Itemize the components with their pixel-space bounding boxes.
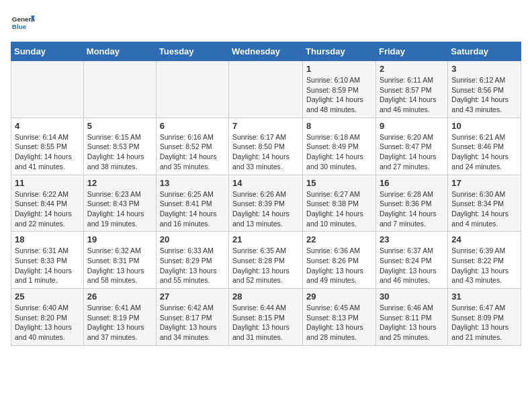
day-number: 19 [87,234,152,244]
day-info: Sunrise: 6:16 AM Sunset: 8:52 PM Dayligh… [160,132,225,172]
logo: General Blue [11,11,38,35]
calendar-cell: 7Sunrise: 6:17 AM Sunset: 8:50 PM Daylig… [229,118,303,175]
calendar-cell [83,61,156,118]
calendar-cell [156,61,228,118]
day-info: Sunrise: 6:10 AM Sunset: 8:59 PM Dayligh… [306,75,372,115]
calendar-cell: 31Sunrise: 6:47 AM Sunset: 8:09 PM Dayli… [448,289,521,346]
day-info: Sunrise: 6:47 AM Sunset: 8:09 PM Dayligh… [451,303,517,342]
day-info: Sunrise: 6:32 AM Sunset: 8:31 PM Dayligh… [87,246,152,285]
day-info: Sunrise: 6:22 AM Sunset: 8:44 PM Dayligh… [15,189,80,229]
day-number: 29 [306,291,372,302]
calendar-cell: 22Sunrise: 6:36 AM Sunset: 8:26 PM Dayli… [303,232,376,289]
day-info: Sunrise: 6:28 AM Sunset: 8:36 PM Dayligh… [380,189,444,229]
day-info: Sunrise: 6:42 AM Sunset: 8:17 PM Dayligh… [160,303,225,342]
day-number: 2 [380,64,444,74]
calendar-cell: 5Sunrise: 6:15 AM Sunset: 8:53 PM Daylig… [83,118,156,175]
day-info: Sunrise: 6:45 AM Sunset: 8:13 PM Dayligh… [306,303,372,342]
day-number: 8 [306,121,372,131]
calendar-cell: 3Sunrise: 6:12 AM Sunset: 8:56 PM Daylig… [448,61,521,118]
day-number: 10 [451,121,517,131]
calendar-cell: 19Sunrise: 6:32 AM Sunset: 8:31 PM Dayli… [83,232,156,289]
day-number: 12 [87,178,152,188]
day-info: Sunrise: 6:46 AM Sunset: 8:11 PM Dayligh… [380,303,444,342]
day-number: 4 [15,121,80,131]
calendar-cell [229,61,303,118]
calendar-cell: 13Sunrise: 6:25 AM Sunset: 8:41 PM Dayli… [156,175,228,232]
day-number: 11 [15,178,80,188]
day-number: 5 [87,121,152,131]
calendar-cell: 20Sunrise: 6:33 AM Sunset: 8:29 PM Dayli… [156,232,228,289]
calendar-cell: 8Sunrise: 6:18 AM Sunset: 8:49 PM Daylig… [303,118,376,175]
calendar-cell: 1Sunrise: 6:10 AM Sunset: 8:59 PM Daylig… [303,61,376,118]
day-number: 24 [451,234,517,244]
calendar-cell: 18Sunrise: 6:31 AM Sunset: 8:33 PM Dayli… [11,232,84,289]
day-info: Sunrise: 6:39 AM Sunset: 8:22 PM Dayligh… [451,246,517,285]
calendar-week-4: 18Sunrise: 6:31 AM Sunset: 8:33 PM Dayli… [11,232,521,289]
day-info: Sunrise: 6:36 AM Sunset: 8:26 PM Dayligh… [306,246,372,285]
day-info: Sunrise: 6:23 AM Sunset: 8:43 PM Dayligh… [87,189,152,229]
calendar-cell: 9Sunrise: 6:20 AM Sunset: 8:47 PM Daylig… [375,118,447,175]
calendar-cell: 6Sunrise: 6:16 AM Sunset: 8:52 PM Daylig… [156,118,228,175]
day-number: 14 [232,178,299,188]
day-number: 23 [380,234,444,244]
day-info: Sunrise: 6:15 AM Sunset: 8:53 PM Dayligh… [87,132,152,172]
day-info: Sunrise: 6:27 AM Sunset: 8:38 PM Dayligh… [306,189,372,229]
day-number: 16 [380,178,444,188]
header-saturday: Saturday [448,42,521,61]
day-number: 21 [232,234,299,244]
calendar-cell: 2Sunrise: 6:11 AM Sunset: 8:57 PM Daylig… [375,61,447,118]
day-info: Sunrise: 6:30 AM Sunset: 8:34 PM Dayligh… [451,189,517,229]
day-number: 31 [451,291,517,302]
header-sunday: Sunday [11,42,84,61]
day-number: 15 [306,178,372,188]
day-info: Sunrise: 6:37 AM Sunset: 8:24 PM Dayligh… [380,246,444,285]
day-info: Sunrise: 6:25 AM Sunset: 8:41 PM Dayligh… [160,189,225,229]
day-info: Sunrise: 6:26 AM Sunset: 8:39 PM Dayligh… [232,189,299,229]
page-header: General Blue [11,11,521,35]
day-info: Sunrise: 6:20 AM Sunset: 8:47 PM Dayligh… [380,132,444,172]
calendar-week-3: 11Sunrise: 6:22 AM Sunset: 8:44 PM Dayli… [11,175,521,232]
day-number: 30 [380,291,444,302]
day-number: 20 [160,234,225,244]
day-info: Sunrise: 6:11 AM Sunset: 8:57 PM Dayligh… [380,75,444,115]
calendar-cell: 12Sunrise: 6:23 AM Sunset: 8:43 PM Dayli… [83,175,156,232]
calendar-week-2: 4Sunrise: 6:14 AM Sunset: 8:55 PM Daylig… [11,118,521,175]
calendar-cell [11,61,84,118]
day-info: Sunrise: 6:21 AM Sunset: 8:46 PM Dayligh… [451,132,517,172]
day-number: 7 [232,121,299,131]
header-monday: Monday [83,42,156,61]
calendar-cell: 27Sunrise: 6:42 AM Sunset: 8:17 PM Dayli… [156,289,228,346]
calendar-cell: 15Sunrise: 6:27 AM Sunset: 8:38 PM Dayli… [303,175,376,232]
day-number: 1 [306,64,372,74]
day-number: 13 [160,178,225,188]
calendar-cell: 11Sunrise: 6:22 AM Sunset: 8:44 PM Dayli… [11,175,84,232]
day-number: 28 [232,291,299,302]
svg-text:Blue: Blue [12,23,27,30]
day-number: 18 [15,234,80,244]
calendar-cell: 17Sunrise: 6:30 AM Sunset: 8:34 PM Dayli… [448,175,521,232]
calendar-cell: 28Sunrise: 6:44 AM Sunset: 8:15 PM Dayli… [229,289,303,346]
header-tuesday: Tuesday [156,42,228,61]
calendar-cell: 30Sunrise: 6:46 AM Sunset: 8:11 PM Dayli… [375,289,447,346]
calendar-cell: 29Sunrise: 6:45 AM Sunset: 8:13 PM Dayli… [303,289,376,346]
day-number: 9 [380,121,444,131]
day-info: Sunrise: 6:33 AM Sunset: 8:29 PM Dayligh… [160,246,225,285]
day-info: Sunrise: 6:40 AM Sunset: 8:20 PM Dayligh… [15,303,80,342]
day-number: 6 [160,121,225,131]
day-info: Sunrise: 6:35 AM Sunset: 8:28 PM Dayligh… [232,246,299,285]
calendar-cell: 23Sunrise: 6:37 AM Sunset: 8:24 PM Dayli… [375,232,447,289]
calendar-cell: 14Sunrise: 6:26 AM Sunset: 8:39 PM Dayli… [229,175,303,232]
day-info: Sunrise: 6:12 AM Sunset: 8:56 PM Dayligh… [451,75,517,115]
day-info: Sunrise: 6:18 AM Sunset: 8:49 PM Dayligh… [306,132,372,172]
calendar-cell: 10Sunrise: 6:21 AM Sunset: 8:46 PM Dayli… [448,118,521,175]
calendar-week-1: 1Sunrise: 6:10 AM Sunset: 8:59 PM Daylig… [11,61,521,118]
calendar-table: SundayMondayTuesdayWednesdayThursdayFrid… [11,42,521,346]
calendar-cell: 25Sunrise: 6:40 AM Sunset: 8:20 PM Dayli… [11,289,84,346]
header-thursday: Thursday [303,42,376,61]
calendar-week-5: 25Sunrise: 6:40 AM Sunset: 8:20 PM Dayli… [11,289,521,346]
calendar-cell: 21Sunrise: 6:35 AM Sunset: 8:28 PM Dayli… [229,232,303,289]
day-info: Sunrise: 6:14 AM Sunset: 8:55 PM Dayligh… [15,132,80,172]
day-number: 17 [451,178,517,188]
day-number: 25 [15,291,80,302]
calendar-cell: 16Sunrise: 6:28 AM Sunset: 8:36 PM Dayli… [375,175,447,232]
